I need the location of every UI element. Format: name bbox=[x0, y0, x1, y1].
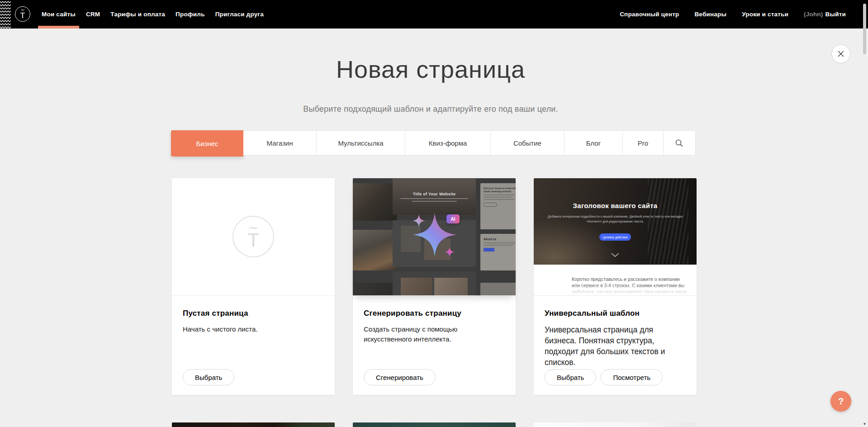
tilda-logo-t: T bbox=[20, 12, 25, 19]
card-title: Сгенерировать страницу bbox=[364, 309, 505, 318]
view-button[interactable]: Посмотреть bbox=[601, 369, 663, 385]
nav-item-tariffs[interactable]: Тарифы и оплата bbox=[110, 0, 165, 28]
tab-pro[interactable]: Pro bbox=[623, 131, 664, 155]
page-title: Новая страница bbox=[0, 55, 861, 83]
template-cta-button: Целевое действие bbox=[599, 233, 631, 241]
card-description: Начать с чистого листа. bbox=[183, 324, 324, 334]
collage-panel-service-text: Get your house in order with a smart cle… bbox=[484, 187, 516, 193]
card-description: Универсальная страница для бизнеса. Поня… bbox=[545, 324, 686, 368]
collage-photo-meeting bbox=[353, 283, 397, 296]
card-actions: Выбрать Посмотреть bbox=[545, 369, 663, 385]
nav-item-logout[interactable]: (John) Выйти bbox=[804, 0, 846, 28]
nav-item-webinars[interactable]: Вебинары bbox=[694, 0, 726, 28]
collage-hero-subline bbox=[412, 201, 457, 202]
tab-quiz-form[interactable]: Квиз-форма bbox=[405, 131, 491, 155]
card-actions: Выбрать bbox=[183, 369, 234, 385]
collage-panel-photos bbox=[393, 271, 476, 296]
ai-badge: AI bbox=[446, 214, 460, 223]
collage-panel-bottom bbox=[480, 283, 516, 296]
card-actions: Сгенерировать bbox=[364, 369, 436, 385]
question-mark-icon: ? bbox=[838, 396, 844, 407]
page-subtitle: Выберите подходящий шаблон и адаптируйте… bbox=[0, 104, 861, 114]
collage-hero-title: Title of Your Website bbox=[413, 192, 456, 196]
card-title: Универсальный шаблон bbox=[545, 309, 686, 318]
zigzag-pattern-decoration bbox=[0, 0, 11, 28]
tab-search[interactable] bbox=[664, 131, 695, 155]
hero-photo-laptop bbox=[534, 219, 620, 265]
choose-button[interactable]: Выбрать bbox=[183, 369, 234, 385]
generate-button[interactable]: Сгенерировать bbox=[364, 369, 436, 385]
scrollbar-thumb[interactable] bbox=[863, 4, 866, 54]
blank-page-preview: ~ T bbox=[172, 178, 335, 296]
template-card-grid: ~ T Пустая страница Начать с чистого лис… bbox=[172, 178, 697, 395]
user-name-label: (John) bbox=[804, 11, 823, 18]
scrollbar-down-arrow[interactable]: ▾ bbox=[862, 422, 867, 427]
tab-multilink[interactable]: Мультиссылка bbox=[317, 131, 405, 155]
template-card-universal[interactable]: Заголовок вашего сайта Добавьте интересн… bbox=[534, 178, 697, 395]
collage-blue-button bbox=[484, 248, 494, 251]
page-scrollbar[interactable]: ▾ bbox=[861, 0, 868, 427]
template-card-ai-generate[interactable]: Title of Your Website Get your ho bbox=[353, 178, 516, 395]
watermark-t: T bbox=[247, 232, 259, 249]
card-body: Пустая страница Начать с чистого листа. … bbox=[172, 296, 335, 395]
nav-item-invite-friend[interactable]: Пригласи друга bbox=[215, 0, 264, 28]
tab-event[interactable]: Событие bbox=[491, 131, 564, 155]
collage-photo-desk bbox=[353, 183, 397, 221]
nav-item-help-center[interactable]: Справочный центр bbox=[620, 0, 679, 28]
template-hero-image: Заголовок вашего сайта Добавьте интересн… bbox=[534, 178, 697, 265]
template-hero-subtitle: Добавьте интересные подробности о вашей … bbox=[547, 214, 683, 224]
card-title: Пустая страница bbox=[183, 309, 324, 318]
template-card-partial[interactable] bbox=[172, 422, 335, 427]
template-card-partial[interactable] bbox=[534, 422, 697, 427]
new-page-template-chooser: ~ T Мои сайты CRM Тарифы и оплата Профил… bbox=[0, 0, 868, 427]
collage-panel-about: About us bbox=[480, 234, 516, 270]
template-grid-row2-clipped bbox=[172, 422, 697, 427]
nav-item-lessons[interactable]: Уроки и статьи bbox=[742, 0, 788, 28]
logout-label: Выйти bbox=[825, 11, 846, 18]
nav-right-menu: Справочный центр Вебинары Уроки и статьи… bbox=[620, 0, 846, 28]
website-collage: Title of Your Website Get your ho bbox=[353, 178, 516, 295]
collage-outline-button bbox=[484, 203, 497, 207]
ai-collage-preview: Title of Your Website Get your ho bbox=[353, 178, 516, 296]
preview-fade-overlay bbox=[534, 285, 697, 296]
collage-hero-block: Title of Your Website bbox=[393, 179, 476, 215]
nav-item-my-sites[interactable]: Мои сайты bbox=[42, 0, 76, 28]
search-icon bbox=[675, 139, 683, 147]
chevron-down-icon bbox=[611, 252, 620, 258]
collage-photo-livingroom bbox=[353, 230, 397, 270]
nav-item-crm[interactable]: CRM bbox=[86, 0, 100, 28]
universal-template-preview: Заголовок вашего сайта Добавьте интересн… bbox=[534, 178, 697, 296]
template-hero-title: Заголовок вашего сайта bbox=[534, 202, 697, 209]
ai-sparkle-small-bottom bbox=[445, 247, 455, 257]
tab-business[interactable]: Бизнес bbox=[171, 130, 243, 157]
template-category-tabs: Бизнес Магазин Мультиссылка Квиз-форма С… bbox=[171, 130, 696, 156]
help-button[interactable]: ? bbox=[830, 391, 851, 412]
card-body: Универсальный шаблон Универсальная стран… bbox=[534, 296, 697, 395]
card-body: Сгенерировать страницу Создать страницу … bbox=[353, 296, 516, 395]
tab-store[interactable]: Магазин bbox=[243, 131, 317, 155]
nav-left-menu: Мои сайты CRM Тарифы и оплата Профиль Пр… bbox=[42, 0, 264, 28]
collage-hero-subline bbox=[400, 198, 468, 199]
collage-about-heading: About us bbox=[484, 237, 516, 241]
template-card-blank-page[interactable]: ~ T Пустая страница Начать с чистого лис… bbox=[172, 178, 335, 395]
card-description: Создать страницу с помощью искусственног… bbox=[364, 324, 472, 344]
template-card-partial[interactable] bbox=[353, 422, 516, 427]
tilda-logo[interactable]: ~ T bbox=[15, 6, 30, 22]
nav-item-profile[interactable]: Профиль bbox=[175, 0, 205, 28]
tilda-watermark-icon: ~ T bbox=[232, 216, 274, 257]
tab-blog[interactable]: Блог bbox=[564, 131, 623, 155]
choose-button[interactable]: Выбрать bbox=[545, 369, 596, 385]
top-nav: ~ T Мои сайты CRM Тарифы и оплата Профил… bbox=[0, 0, 868, 28]
collage-panel-service: Get your house in order with a smart cle… bbox=[480, 183, 516, 229]
